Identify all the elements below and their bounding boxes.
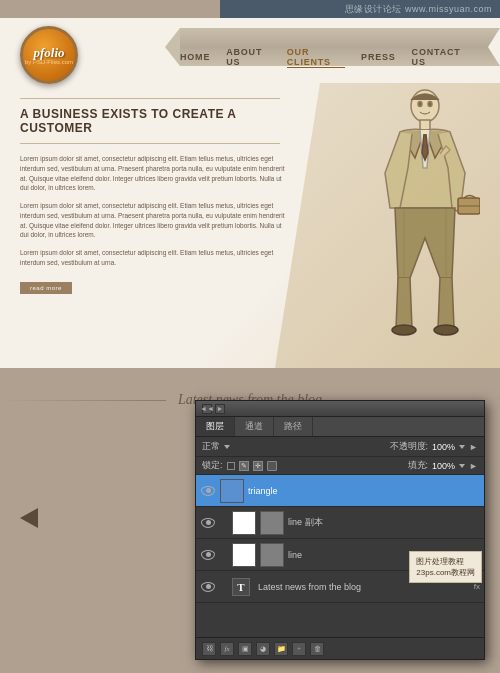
- ps-move-icon[interactable]: ✛: [253, 461, 263, 471]
- ps-layer-triangle[interactable]: triangle: [196, 475, 484, 507]
- ps-layer-fx-icon: fx: [474, 582, 480, 591]
- eye-shape-line: [201, 550, 215, 560]
- ps-mask-bottom-icon[interactable]: ◕: [256, 642, 270, 656]
- nav-press[interactable]: PRESS: [361, 52, 396, 62]
- ps-lock-label: 锁定:: [202, 459, 223, 472]
- ps-opacity-arrow[interactable]: [459, 445, 465, 449]
- eye-pupil-line-copy: [206, 520, 211, 525]
- ps-tab-channels[interactable]: 通道: [235, 417, 274, 436]
- ps-collapse-button[interactable]: ◄◄: [202, 404, 212, 414]
- ps-layer-style-icon[interactable]: ▣: [238, 642, 252, 656]
- ps-eye-line-copy[interactable]: [200, 515, 216, 531]
- site-header: pfolio by PSD-Files.com HOME ABOUT US OU…: [0, 18, 500, 83]
- man-illustration: [340, 83, 480, 358]
- ps-thumb-line: [232, 543, 256, 567]
- nav-clients[interactable]: OUR CLIENTS: [287, 47, 345, 68]
- watermark-bar: 思缘设计论坛 www.missyuan.com: [220, 0, 500, 18]
- ps-tooltip: 图片处理教程 23ps.com教程网: [409, 551, 482, 583]
- ps-fill-label: 填充:: [408, 459, 429, 472]
- eye-pupil-line: [206, 552, 211, 557]
- read-more-button[interactable]: read more: [20, 282, 72, 294]
- ps-tab-layers[interactable]: 图层: [196, 417, 235, 436]
- hero-divider-top: [20, 98, 280, 99]
- ps-fx-bottom-icon[interactable]: fx: [220, 642, 234, 656]
- eye-pupil-text: [206, 584, 211, 589]
- ps-tabs: 图层 通道 路径: [196, 417, 484, 437]
- eye-shape-line-copy: [201, 518, 215, 528]
- ps-opacity-label: 不透明度:: [390, 440, 429, 453]
- ps-title-bar: ◄◄ ►: [196, 401, 484, 417]
- site-nav: HOME ABOUT US OUR CLIENTS PRESS CONTACT …: [180, 38, 485, 76]
- ps-mask-line: [260, 543, 284, 567]
- website-mockup: pfolio by PSD-Files.com HOME ABOUT US OU…: [0, 18, 500, 368]
- watermark-text: 思缘设计论坛 www.missyuan.com: [345, 3, 492, 16]
- hero-content: A BUSINESS EXISTS TO CREATE A CUSTOMER L…: [20, 98, 290, 294]
- ps-lock-icon[interactable]: [227, 462, 235, 470]
- ps-thumb-line-copy: [232, 511, 256, 535]
- ps-layer-name-triangle: triangle: [248, 486, 480, 496]
- nav-home[interactable]: HOME: [180, 52, 210, 62]
- ps-thumb-triangle: [220, 479, 244, 503]
- nav-contact[interactable]: CONTACT US: [412, 47, 467, 67]
- ps-pen-icon[interactable]: ✎: [239, 461, 249, 471]
- hero-section: A BUSINESS EXISTS TO CREATE A CUSTOMER L…: [0, 83, 500, 368]
- ps-eye-text[interactable]: [200, 579, 216, 595]
- ps-fill-right-arrow: ►: [469, 461, 478, 471]
- ps-eye-triangle[interactable]: [200, 483, 216, 499]
- ps-tab-paths[interactable]: 路径: [274, 417, 313, 436]
- eye-shape-text: [201, 582, 215, 592]
- svg-point-8: [418, 102, 422, 107]
- ps-fill-value[interactable]: 100%: [432, 461, 455, 471]
- triangle-arrow: [20, 508, 38, 528]
- hero-para-1: Lorem ipsum dolor sit amet, consectetur …: [20, 154, 290, 193]
- ps-mask-line-copy: [260, 511, 284, 535]
- logo-text: pfolio: [33, 46, 64, 59]
- ps-mode-row: 正常 不透明度: 100% ►: [196, 437, 484, 457]
- ps-link-bottom-icon[interactable]: ⛓: [202, 642, 216, 656]
- ps-lock2-icon[interactable]: [267, 461, 277, 471]
- svg-point-9: [428, 102, 432, 107]
- ps-right-arrow: ►: [469, 442, 478, 452]
- nav-about[interactable]: ABOUT US: [226, 47, 271, 67]
- photoshop-panel: ◄◄ ► 图层 通道 路径 正常 不透明度: 100% ► 锁定: ✎ ✛: [195, 400, 485, 660]
- ps-tooltip-line1: 图片处理教程: [416, 556, 475, 567]
- ps-opacity-value[interactable]: 100%: [432, 442, 455, 452]
- ps-title-buttons: ◄◄ ►: [202, 404, 225, 414]
- ps-mode-label: 正常: [202, 440, 220, 453]
- ps-eye-line[interactable]: [200, 547, 216, 563]
- ps-mode-dropdown-arrow[interactable]: [224, 445, 230, 449]
- hero-para-3: Lorem ipsum dolor sit amet, consectetur …: [20, 248, 290, 268]
- ps-fill-row: 锁定: ✎ ✛ 填充: 100% ►: [196, 457, 484, 475]
- svg-point-7: [434, 325, 458, 335]
- news-line-left: [0, 400, 166, 401]
- man-figure: [340, 83, 480, 358]
- ps-bottom-bar: ⛓ fx ▣ ◕ 📁 + 🗑: [196, 637, 484, 659]
- ps-layer-name-line-copy: line 副本: [288, 516, 480, 529]
- ps-expand-button[interactable]: ►: [215, 404, 225, 414]
- ps-delete-layer-icon[interactable]: 🗑: [310, 642, 324, 656]
- ps-layer-name-text: Latest news from the blog: [258, 582, 470, 592]
- ps-fill-arrow[interactable]: [459, 464, 465, 468]
- ps-text-layer-icon: T: [232, 578, 250, 596]
- hero-title: A BUSINESS EXISTS TO CREATE A CUSTOMER: [20, 107, 290, 135]
- ps-tooltip-line2: 23ps.com教程网: [416, 567, 475, 578]
- hero-para-2: Lorem ipsum dolor sit amet, consectetur …: [20, 201, 290, 240]
- svg-point-6: [392, 325, 416, 335]
- hero-divider-bottom: [20, 143, 280, 144]
- eye-pupil-triangle: [206, 488, 211, 493]
- ps-group-icon[interactable]: 📁: [274, 642, 288, 656]
- ps-layer-line-copy[interactable]: line 副本: [196, 507, 484, 539]
- eye-shape-triangle: [201, 486, 215, 496]
- logo-sub: by PSD-Files.com: [25, 59, 73, 65]
- nav-ribbon: HOME ABOUT US OUR CLIENTS PRESS CONTACT …: [180, 28, 500, 66]
- ps-bottom-icons: ⛓ fx ▣ ◕ 📁 + 🗑: [202, 642, 324, 656]
- ps-new-layer-icon[interactable]: +: [292, 642, 306, 656]
- logo[interactable]: pfolio by PSD-Files.com: [20, 26, 78, 84]
